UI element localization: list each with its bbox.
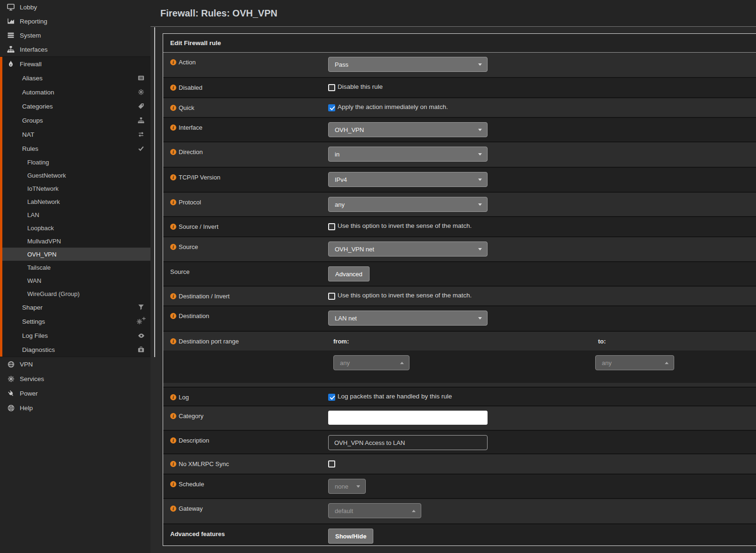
filter-icon [137, 304, 145, 311]
source-invert-checkbox[interactable] [328, 223, 335, 230]
info-icon[interactable] [170, 293, 176, 299]
interface-dropdown[interactable]: OVH_VPN [328, 122, 488, 137]
sidebar-item-categories[interactable]: Categories [0, 99, 150, 113]
field-label: Destination / Invert [179, 293, 229, 300]
no-xmlrpc-sync-checkbox[interactable] [328, 460, 335, 467]
destination-invert-checkbox[interactable] [328, 293, 335, 300]
port-from-label: from: [333, 338, 349, 345]
info-icon[interactable] [170, 244, 176, 250]
sidebar-item-diagnostics[interactable]: Diagnostics [0, 343, 150, 357]
sidebar-scrollbar[interactable] [154, 27, 155, 357]
info-icon[interactable] [170, 149, 176, 155]
info-icon[interactable] [170, 461, 176, 467]
gateway-dropdown[interactable]: default [328, 503, 421, 518]
row-category: Category [163, 405, 756, 430]
port-range-spacer [163, 383, 756, 387]
sidebar-item-reporting[interactable]: Reporting [0, 14, 150, 28]
sidebar-item-nat[interactable]: NAT [0, 127, 150, 141]
port-to-dropdown[interactable]: any [595, 355, 674, 370]
description-input[interactable] [328, 435, 488, 450]
gears-icon [136, 318, 145, 325]
direction-dropdown[interactable]: in [328, 147, 488, 162]
info-icon[interactable] [170, 174, 176, 180]
sidebar-item-wireguard-group[interactable]: WireGuard (Group) [0, 287, 150, 300]
source-advanced-button[interactable]: Advanced [328, 266, 370, 281]
sidebar-item-firewall[interactable]: Firewall [0, 57, 150, 71]
info-icon[interactable] [170, 224, 176, 230]
sidebar-item-aliases[interactable]: Aliases [0, 71, 150, 85]
sidebar-item-services[interactable]: Services [0, 372, 150, 386]
info-icon[interactable] [170, 125, 176, 131]
category-input[interactable] [328, 411, 488, 425]
row-direction: Direction in [163, 141, 756, 167]
info-icon[interactable] [170, 394, 176, 400]
panel-title: Edit Firewall rule [163, 34, 756, 53]
sidebar-item-system[interactable]: System [0, 28, 150, 42]
sidebar-item-mullvadvpn[interactable]: MullvadVPN [0, 234, 150, 248]
info-icon[interactable] [170, 199, 176, 205]
sidebar-item-loopback[interactable]: Loopback [0, 221, 150, 234]
sidebar-item-tailscale[interactable]: Tailscale [0, 261, 150, 274]
log-checkbox[interactable] [328, 394, 335, 401]
source-dropdown[interactable]: OVH_VPN net [328, 241, 488, 257]
info-icon[interactable] [170, 338, 176, 344]
sidebar-item-wan[interactable]: WAN [0, 274, 150, 287]
row-destination-invert: Destination / Invert Use this option to … [163, 286, 756, 305]
chevron-down-icon [478, 153, 482, 156]
quick-checkbox[interactable] [328, 104, 335, 111]
info-icon[interactable] [170, 506, 176, 512]
sidebar-item-settings[interactable]: Settings [0, 314, 150, 328]
sidebar-item-automation[interactable]: Automation [0, 85, 150, 99]
sidebar-item-iotnetwork[interactable]: IoTNetwork [0, 182, 150, 195]
sidebar-item-lan[interactable]: LAN [0, 208, 150, 221]
port-from-dropdown[interactable]: any [333, 355, 410, 370]
destination-dropdown[interactable]: LAN net [328, 311, 488, 326]
sidebar-item-power[interactable]: Power [0, 386, 150, 401]
field-label: Disabled [179, 84, 203, 91]
sidebar-item-floating[interactable]: Floating [0, 156, 150, 169]
sidebar-item-help[interactable]: Help [0, 401, 150, 415]
row-source: Source OVH_VPN net [163, 236, 756, 261]
sidebar-item-interfaces[interactable]: Interfaces [0, 42, 150, 56]
chevron-down-icon [478, 129, 482, 131]
field-label: Protocol [179, 199, 201, 206]
sidebar-item-label: System [20, 32, 41, 39]
info-icon[interactable] [170, 413, 176, 419]
eye-icon [137, 332, 145, 339]
info-icon[interactable] [170, 105, 176, 111]
sidebar-item-lobby[interactable]: Lobby [0, 0, 150, 14]
sidebar-item-label: Firewall [20, 61, 42, 68]
schedule-dropdown[interactable]: none [328, 479, 366, 494]
chevron-down-icon [478, 179, 482, 181]
sitemap-icon [137, 117, 145, 124]
info-icon[interactable] [170, 313, 176, 319]
row-action: Action Pass [163, 53, 756, 77]
sidebar-item-vpn[interactable]: VPN [0, 357, 150, 372]
area-chart-icon [7, 17, 15, 25]
tcpip-version-dropdown[interactable]: IPv4 [328, 172, 488, 187]
show-hide-advanced-button[interactable]: Show/Hide [328, 529, 373, 544]
info-icon[interactable] [170, 59, 176, 65]
sidebar-item-guestnetwork[interactable]: GuestNetwork [0, 169, 150, 182]
info-icon[interactable] [170, 85, 176, 91]
info-icon[interactable] [170, 437, 176, 444]
app-window: Lobby Reporting System Interfaces [0, 0, 756, 553]
field-label: Quick [179, 104, 194, 111]
field-label: Destination port range [179, 338, 239, 345]
info-icon[interactable] [170, 481, 176, 487]
action-dropdown[interactable]: Pass [328, 57, 488, 72]
protocol-dropdown[interactable]: any [328, 197, 488, 212]
row-quick: Quick Apply the action immediately on ma… [163, 97, 756, 117]
field-label: Action [179, 59, 196, 66]
sidebar-item-groups[interactable]: Groups [0, 113, 150, 127]
tag-icon [137, 103, 145, 110]
chevron-down-icon [478, 203, 482, 206]
disabled-checkbox[interactable] [328, 84, 335, 91]
sidebar-item-ovh-vpn-selected[interactable]: OVH_VPN [0, 248, 150, 261]
sidebar-item-shaper[interactable]: Shaper [0, 300, 150, 314]
sidebar-item-label: Reporting [20, 18, 47, 25]
sidebar-item-log-files[interactable]: Log Files [0, 328, 150, 343]
sidebar-item-labnetwork[interactable]: LabNetwork [0, 195, 150, 208]
sidebar-item-rules[interactable]: Rules [0, 141, 150, 156]
row-log: Log Log packets that are handled by this… [163, 387, 756, 405]
